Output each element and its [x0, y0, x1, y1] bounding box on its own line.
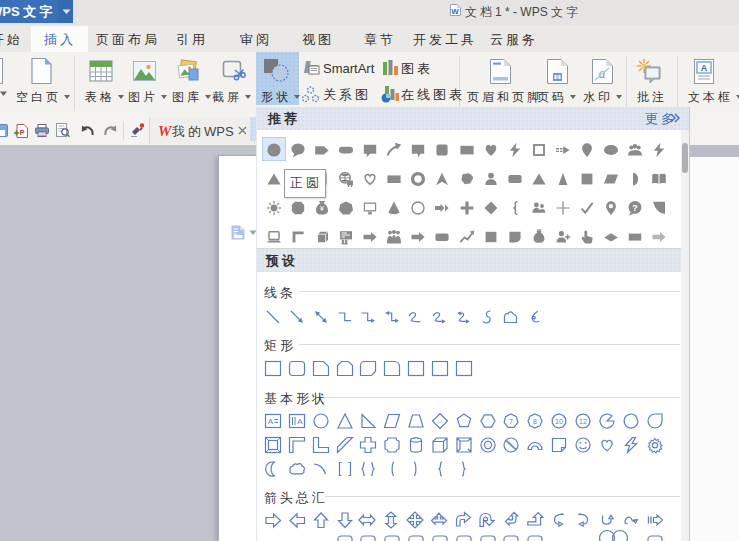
svg-text:10: 10 — [555, 418, 563, 425]
svg-text:W: W — [451, 7, 459, 16]
svg-text:P: P — [19, 128, 24, 137]
svg-text:A: A — [268, 417, 274, 426]
svg-text:8: 8 — [533, 418, 537, 425]
svg-text:¥: ¥ — [320, 205, 324, 212]
svg-text:A: A — [297, 417, 303, 426]
svg-text:12: 12 — [579, 418, 587, 425]
svg-text:A: A — [701, 63, 708, 73]
svg-text:7: 7 — [509, 418, 513, 425]
svg-text:?: ? — [632, 201, 638, 212]
